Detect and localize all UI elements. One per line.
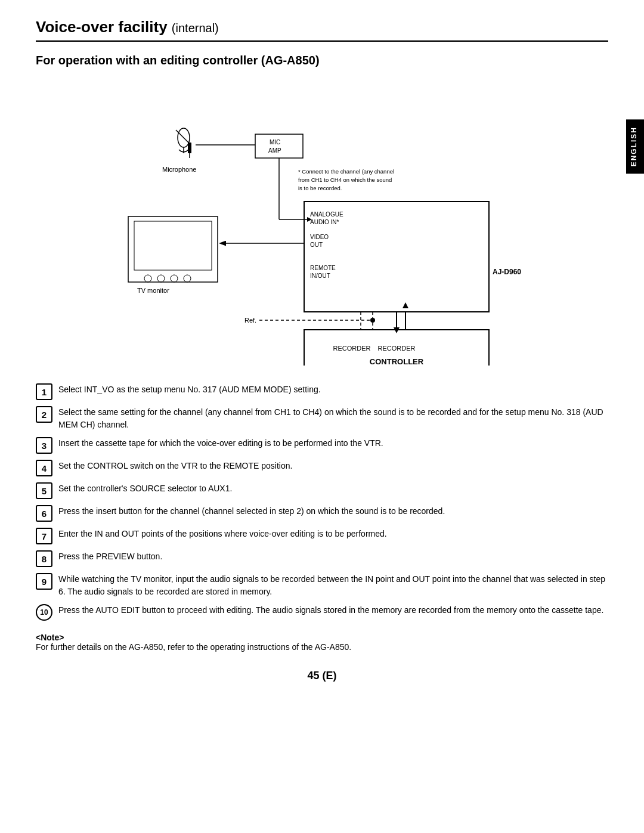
recorder-label: RECORDER xyxy=(333,345,371,352)
diagram-area: Microphone MIC AMP * Connect to the chan… xyxy=(36,79,608,366)
section-title: For operation with an editing controller… xyxy=(36,54,608,67)
connect-note-line2: from CH1 to CH4 on which the sound xyxy=(298,176,392,183)
step-4: 4 Set the CONTROL switch on the VTR to t… xyxy=(36,460,608,476)
ajd960-model-label: AJ-D960 xyxy=(493,268,521,276)
analogue-audio-label2: AUDIO IN* xyxy=(310,219,339,225)
note-section: <Note> For further details on the AG-A85… xyxy=(36,633,608,652)
step-5: 5 Set the controller's SOURCE selector t… xyxy=(36,482,608,499)
step-4-text: Set the CONTROL switch on the VTR to the… xyxy=(58,460,608,472)
mic-amp-box xyxy=(255,134,303,158)
step-6-text: Press the insert button for the channel … xyxy=(58,505,608,518)
step-7-num: 7 xyxy=(36,528,52,544)
tv-monitor-label: TV monitor xyxy=(137,287,169,294)
step-2: 2 Select the same setting for the channe… xyxy=(36,406,608,431)
page-title: Voice-over facility (internal) xyxy=(36,18,608,42)
step-8: 8 Press the PREVIEW button. xyxy=(36,550,608,567)
step-10-num: 10 xyxy=(36,604,52,621)
svg-point-11 xyxy=(171,275,178,282)
step-2-num: 2 xyxy=(36,406,52,423)
recorder-label2: RECORDER xyxy=(378,345,416,352)
connect-note-line3: is to be recorded. xyxy=(298,185,342,191)
step-2-text: Select the same setting for the channel … xyxy=(58,406,608,431)
remote-inout-label2: IN/OUT xyxy=(310,272,330,279)
ajd960-box xyxy=(304,202,489,312)
controller-label: CONTROLLER xyxy=(370,357,424,366)
microphone-icon xyxy=(176,128,191,158)
connect-note-star: * Connect to the channel (any channel xyxy=(298,168,394,175)
title-sub: (internal) xyxy=(172,21,219,35)
steps-list: 1 Select INT_VO as the setup menu No. 31… xyxy=(36,383,608,621)
tv-monitor-box xyxy=(128,216,218,282)
step-10: 10 Press the AUTO EDIT button to proceed… xyxy=(36,604,608,621)
step-3-num: 3 xyxy=(36,437,52,454)
page-number: 45 (E) xyxy=(36,670,608,682)
step-10-text: Press the AUTO EDIT button to proceed wi… xyxy=(58,604,608,617)
svg-point-9 xyxy=(144,275,151,282)
step-5-num: 5 xyxy=(36,482,52,499)
step-1: 1 Select INT_VO as the setup menu No. 31… xyxy=(36,383,608,400)
ref-label: Ref. xyxy=(244,317,256,324)
svg-point-10 xyxy=(157,275,165,282)
video-out-label2: OUT xyxy=(310,241,323,248)
step-8-num: 8 xyxy=(36,550,52,567)
remote-inout-label1: REMOTE xyxy=(310,265,336,271)
step-3: 3 Insert the cassette tape for which the… xyxy=(36,437,608,454)
step-3-text: Insert the cassette tape for which the v… xyxy=(58,437,608,450)
svg-marker-22 xyxy=(402,302,408,308)
step-9-num: 9 xyxy=(36,573,52,590)
step-1-num: 1 xyxy=(36,383,52,400)
diagram-svg: Microphone MIC AMP * Connect to the chan… xyxy=(36,79,608,366)
step-9: 9 While watching the TV monitor, input t… xyxy=(36,573,608,598)
mic-amp-label1: MIC xyxy=(270,139,280,145)
step-6-num: 6 xyxy=(36,505,52,522)
step-1-text: Select INT_VO as the setup menu No. 317 … xyxy=(58,383,608,396)
step-8-text: Press the PREVIEW button. xyxy=(58,550,608,563)
note-text: For further details on the AG-A850, refe… xyxy=(36,642,608,652)
step-7: 7 Enter the IN and OUT points of the pos… xyxy=(36,528,608,544)
step-7-text: Enter the IN and OUT points of the posit… xyxy=(58,528,608,540)
svg-point-12 xyxy=(184,275,191,282)
step-9-text: While watching the TV monitor, input the… xyxy=(58,573,608,598)
video-out-label1: VIDEO xyxy=(310,234,329,240)
mic-amp-label2: AMP xyxy=(268,147,281,154)
step-5-text: Set the controller's SOURCE selector to … xyxy=(58,482,608,495)
analogue-audio-label1: ANALOGUE xyxy=(310,211,343,218)
svg-rect-3 xyxy=(188,143,191,153)
microphone-label: Microphone xyxy=(162,166,196,173)
svg-rect-8 xyxy=(134,221,212,270)
note-title: <Note> xyxy=(36,633,608,642)
step-4-num: 4 xyxy=(36,460,52,476)
title-main: Voice-over facility xyxy=(36,18,168,36)
step-6: 6 Press the insert button for the channe… xyxy=(36,505,608,522)
english-tab: ENGLISH xyxy=(626,119,644,174)
